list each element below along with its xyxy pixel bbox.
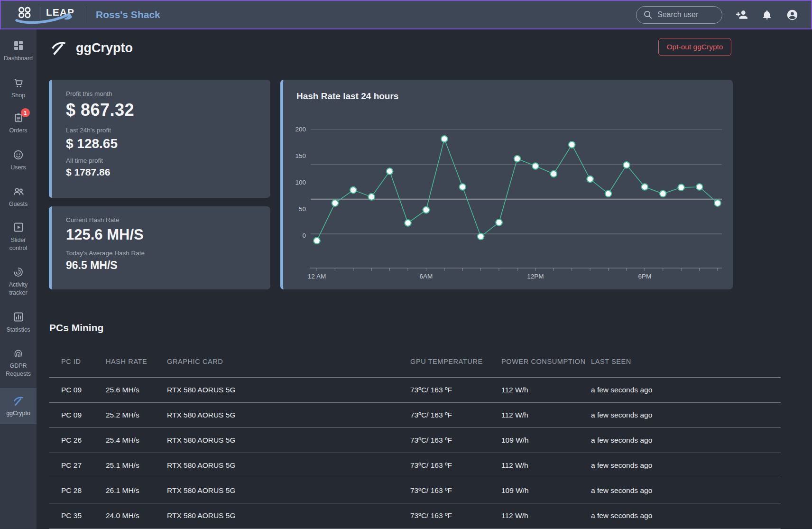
sidebar-item-label: GDPR Requests — [0, 362, 37, 378]
leap-wordmark: LEAP — [46, 7, 74, 18]
profit-alltime-label: All time profit — [66, 157, 270, 164]
table-cell: 26.1 MH/s — [106, 478, 167, 503]
account-icon[interactable] — [786, 9, 799, 21]
table-cell: 73ºC/ 163 ºF — [410, 377, 501, 402]
table-cell: 73ºC/ 163 ºF — [410, 427, 501, 453]
hashrate-line-chart: 20015010050012 AM6AM12PM6PM — [283, 80, 733, 289]
table-row: PC 0925.6 MH/sRTX 580 AORUS 5G73ºC/ 163 … — [49, 377, 781, 402]
store-name: Ross's Shack — [96, 9, 160, 20]
chart-point — [623, 162, 630, 168]
ggleap-logo: LEAP — [17, 1, 74, 28]
profit-24h-value: $ 128.65 — [66, 136, 270, 151]
face-icon — [12, 149, 24, 161]
main-content: ggCrypto Opt-out ggCrypto Profit this mo… — [37, 29, 812, 529]
sidebar-item-statistics[interactable]: Statistics — [0, 311, 37, 334]
sidebar-item-gdpr-requests[interactable]: GDPR Requests — [0, 347, 37, 378]
chart-point — [532, 163, 539, 169]
sidebar: Dashboard Shop 1 Orders — [0, 29, 37, 529]
sidebar-item-label: Slider control — [0, 236, 37, 252]
dashboard-icon — [13, 40, 24, 52]
chart-y-tick: 100 — [295, 179, 306, 186]
table-cell: PC 27 — [49, 453, 106, 478]
table-cell: PC 28 — [49, 478, 106, 503]
current-hashrate-value: 125.6 MH/S — [66, 226, 270, 243]
chart-line — [317, 139, 718, 241]
search-input[interactable] — [657, 10, 714, 19]
col-hash-rate: HASH RATE — [106, 346, 167, 377]
sidebar-item-guests[interactable]: Guests — [0, 186, 37, 208]
table-cell: 112 W/h — [501, 377, 591, 402]
sidebar-item-slider-control[interactable]: Slider control — [0, 222, 37, 252]
table-cell: a few seconds ago — [591, 377, 781, 402]
sidebar-item-label: Activity tracker — [0, 281, 37, 297]
sidebar-item-orders[interactable]: 1 Orders — [0, 112, 37, 135]
col-last-seen: LAST SEEN — [591, 346, 781, 377]
page-title: ggCrypto — [76, 41, 133, 56]
page-header: ggCrypto — [50, 39, 133, 57]
chart-point — [459, 184, 466, 190]
notifications-bell-icon[interactable] — [761, 9, 773, 20]
chart-point — [678, 184, 684, 191]
profit-alltime-value: $ 1787.86 — [66, 167, 270, 178]
table-cell: 25.4 MH/s — [106, 427, 167, 453]
pcs-table-body: PC 0925.6 MH/sRTX 580 AORUS 5G73ºC/ 163 … — [49, 377, 781, 528]
table-cell: 73ºC/ 163 ºF — [410, 503, 501, 528]
sidebar-item-ggcrypto[interactable]: ggCrypto — [0, 388, 37, 424]
table-cell: 73ºC/ 163 ºF — [410, 478, 501, 503]
table-cell: RTX 580 AORUS 5G — [167, 453, 410, 478]
chart-point — [441, 136, 448, 142]
pcs-mining-title: PCs Mining — [49, 322, 103, 334]
table-cell: PC 09 — [49, 402, 106, 427]
table-cell: a few seconds ago — [591, 503, 781, 528]
add-user-icon[interactable] — [736, 9, 748, 21]
table-cell: RTX 580 AORUS 5G — [167, 377, 410, 402]
table-cell: 73ºC/ 163 ºF — [410, 402, 501, 427]
chart-y-tick: 0 — [302, 232, 306, 239]
chart-y-tick: 150 — [295, 152, 306, 159]
chart-y-tick: 50 — [299, 205, 306, 213]
chart-point — [605, 191, 612, 197]
table-cell: a few seconds ago — [591, 453, 781, 478]
col-graphic-card: GRAPHIC CARD — [167, 346, 410, 377]
sidebar-item-label: ggCrypto — [0, 409, 37, 418]
sidebar-item-activity-tracker[interactable]: Activity tracker — [0, 266, 37, 297]
col-power-consumption: POWER CONSUMPTION — [501, 346, 591, 377]
chart-point — [496, 219, 502, 226]
table-cell: 109 W/h — [501, 478, 591, 503]
optout-ggcrypto-button[interactable]: Opt-out ggCrypto — [658, 38, 731, 56]
table-cell: RTX 580 AORUS 5G — [167, 402, 410, 427]
spiral-icon — [12, 266, 24, 278]
logo-divider — [40, 7, 40, 23]
search-icon — [643, 10, 653, 19]
chart-point — [314, 238, 320, 244]
chart-point — [332, 200, 339, 206]
chart-point — [714, 200, 721, 206]
topbar-divider — [87, 7, 87, 23]
chart-x-tick: 12PM — [527, 273, 544, 280]
chart-point — [514, 156, 521, 162]
pcs-mining-table: PC ID HASH RATE GRAPHIC CARD GPU TEMPERA… — [49, 346, 781, 529]
table-cell: 24.0 MH/s — [106, 503, 167, 528]
sidebar-item-dashboard[interactable]: Dashboard — [0, 40, 37, 63]
bar-chart-icon — [13, 311, 24, 324]
table-cell: 112 W/h — [501, 453, 591, 478]
sidebar-item-users[interactable]: Users — [0, 149, 37, 172]
sidebar-item-label: Shop — [0, 92, 37, 100]
search-user-box[interactable] — [636, 6, 722, 24]
chart-point — [478, 233, 484, 240]
topbar: LEAP Ross's Shack — [0, 0, 812, 29]
table-cell: RTX 580 AORUS 5G — [167, 478, 410, 503]
pickaxe-icon — [50, 39, 68, 57]
pickaxe-icon — [12, 395, 25, 407]
table-row: PC 2725.1 MH/sRTX 580 AORUS 5G73ºC/ 163 … — [49, 453, 781, 478]
sidebar-item-label: Guests — [0, 200, 37, 208]
chart-point — [642, 184, 648, 190]
table-row: PC 2826.1 MH/sRTX 580 AORUS 5G73ºC/ 163 … — [49, 478, 781, 503]
sidebar-item-shop[interactable]: Shop — [0, 77, 37, 100]
col-pc-id: PC ID — [49, 346, 106, 377]
chart-point — [587, 176, 593, 183]
profit-month-value: $ 867.32 — [66, 100, 270, 120]
table-cell: RTX 580 AORUS 5G — [167, 427, 410, 453]
table-cell: 25.2 MH/s — [106, 402, 167, 427]
hashrate-card: Current Hash Rate 125.6 MH/S Today's Ave… — [49, 206, 270, 289]
